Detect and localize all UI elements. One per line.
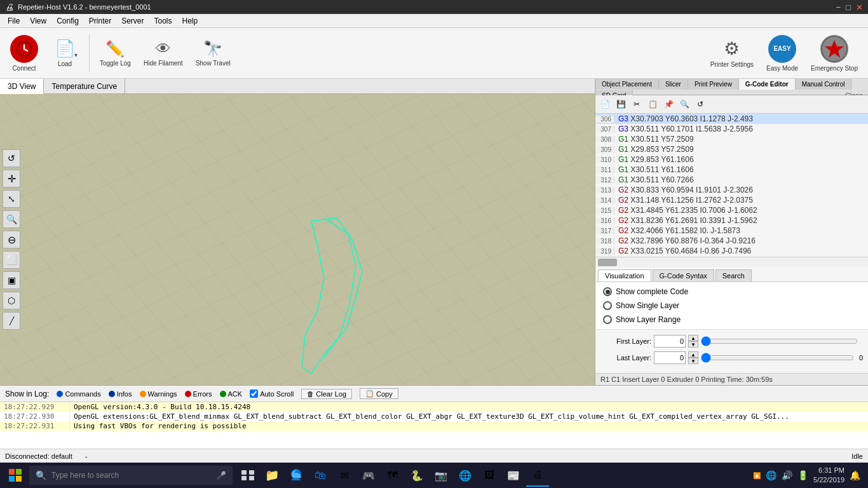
menu-printer[interactable]: Printer xyxy=(84,15,116,27)
paste-icon[interactable]: 📌 xyxy=(661,97,675,111)
taskbar-photos[interactable]: 🖼 xyxy=(478,464,501,487)
radio-complete[interactable]: Show complete Code xyxy=(603,287,860,296)
tab-slicer[interactable]: Slicer xyxy=(659,79,688,90)
cube-tool[interactable]: ▣ xyxy=(3,271,20,289)
viz-tab-visualization[interactable]: Visualization xyxy=(598,269,651,281)
filter-warnings[interactable]: Warnings xyxy=(140,390,177,398)
viz-tab-syntax[interactable]: G-Code Syntax xyxy=(653,269,714,281)
close-button[interactable]: ✕ xyxy=(856,3,863,12)
tray-up-arrow[interactable]: 🔼 xyxy=(753,472,761,479)
gcode-line-316[interactable]: 316 G2 X31.8236 Y61.2691 I0.3391 J-1.596… xyxy=(595,215,868,226)
taskbar-game[interactable]: 🎮 xyxy=(357,464,380,487)
gcode-horizontal-scroll[interactable] xyxy=(595,257,868,267)
tab-manual-control[interactable]: Manual Control xyxy=(796,79,852,90)
first-layer-down[interactable]: ▼ xyxy=(688,341,698,348)
face-tool[interactable]: ⬡ xyxy=(3,292,20,309)
radio-single[interactable]: Show Single Layer xyxy=(603,301,860,310)
save-icon[interactable]: 💾 xyxy=(614,97,628,111)
taskbar-store[interactable]: 🛍 xyxy=(309,464,332,487)
last-layer-input[interactable] xyxy=(654,351,686,364)
tab-print-preview[interactable]: Print Preview xyxy=(688,79,739,90)
tab-3d-view[interactable]: 3D View xyxy=(0,79,44,94)
menu-server[interactable]: Server xyxy=(116,15,149,27)
last-layer-up[interactable]: ▲ xyxy=(688,351,698,358)
zoom-in-tool[interactable]: 🔍 xyxy=(3,210,20,228)
rotate-tool[interactable]: ↺ xyxy=(3,149,20,167)
maximize-button[interactable]: □ xyxy=(846,3,851,12)
autoscroll-checkbox[interactable]: Auto Scroll xyxy=(250,390,294,398)
menu-file[interactable]: File xyxy=(3,15,25,27)
first-layer-input[interactable] xyxy=(654,335,686,348)
last-layer-down[interactable]: ▼ xyxy=(688,358,698,364)
printer-settings-button[interactable]: ⚙ Printer Settings xyxy=(705,36,759,71)
clear-log-button[interactable]: 🗑 Clear Log xyxy=(301,389,352,399)
gcode-line-311[interactable]: 311 G1 X30.511 Y61.1606 xyxy=(595,165,868,175)
taskbar-edge[interactable] xyxy=(285,464,308,487)
copy-icon[interactable]: 📋 xyxy=(646,97,660,111)
search-toolbar-icon[interactable]: 🔍 xyxy=(677,97,691,111)
taskbar-news[interactable]: 📰 xyxy=(502,464,525,487)
gcode-line-310[interactable]: 310 G1 X29.853 Y61.1606 xyxy=(595,154,868,165)
gcode-scroll-area[interactable]: 306 G3 X30.7903 Y60.3603 I1.1278 J-2.493… xyxy=(595,114,868,257)
tab-object-placement[interactable]: Object Placement xyxy=(595,79,659,90)
gcode-line-312[interactable]: 312 G1 X30.511 Y60.7266 xyxy=(595,175,868,185)
tab-temperature-curve[interactable]: Temperature Curve xyxy=(44,79,125,93)
taskbar-maps[interactable]: 🗺 xyxy=(381,464,404,487)
menu-config[interactable]: Config xyxy=(51,15,84,27)
load-button[interactable]: 📄 ▾ Load xyxy=(46,36,84,70)
last-layer-slider[interactable] xyxy=(701,353,854,363)
gcode-line-317[interactable]: 317 G2 X32.4066 Y61.1582 I0. J-1.5873 xyxy=(595,226,868,236)
tray-clock[interactable]: 6:31 PM 5/22/2019 xyxy=(813,466,844,485)
gcode-line-315[interactable]: 315 G2 X31.4845 Y61.2335 I0.7006 J-1.606… xyxy=(595,205,868,215)
filter-ack[interactable]: ACK xyxy=(220,390,243,398)
gcode-line-313[interactable]: 313 G2 X30.833 Y60.9594 I1.9101 J-2.3026 xyxy=(595,185,868,195)
first-layer-slider[interactable] xyxy=(701,336,858,346)
box-tool[interactable]: ⬜ xyxy=(3,251,20,269)
taskbar-mail[interactable]: ✉ xyxy=(333,464,356,487)
line-tool[interactable]: ╱ xyxy=(3,312,20,330)
filter-infos[interactable]: Infos xyxy=(109,390,132,398)
gcode-line-306[interactable]: 306 G3 X30.7903 Y60.3603 I1.1278 J-2.493 xyxy=(595,114,868,124)
copy-log-button[interactable]: 📋 Copy xyxy=(360,388,398,399)
search-bar[interactable]: 🔍 Type here to search 🎤 xyxy=(29,466,233,485)
gcode-line-308[interactable]: 308 G1 X30.511 Y57.2509 xyxy=(595,134,868,144)
first-layer-spin[interactable]: ▲ ▼ xyxy=(688,335,698,348)
easy-mode-button[interactable]: EASY Easy Mode xyxy=(761,32,803,74)
scale-tool[interactable]: ⤡ xyxy=(3,190,20,208)
connect-button[interactable]: Connect xyxy=(5,32,43,74)
move-tool[interactable]: ✛ xyxy=(3,170,20,187)
taskbar-browser[interactable]: 🌐 xyxy=(454,464,477,487)
hide-filament-button[interactable]: 👁 Hide Filament xyxy=(139,37,188,69)
menu-view[interactable]: View xyxy=(25,15,51,27)
start-button[interactable] xyxy=(3,463,28,488)
gcode-line-318[interactable]: 318 G2 X32.7896 Y60.8876 I-0.364 J-0.921… xyxy=(595,236,868,246)
minimize-button[interactable]: − xyxy=(836,3,841,12)
gcode-line-307[interactable]: 307 G3 X30.511 Y60.1701 I1.5638 J-2.5956 xyxy=(595,124,868,134)
tab-gcode-editor[interactable]: G-Code Editor xyxy=(739,79,796,90)
toggle-log-button[interactable]: ✏️ Toggle Log xyxy=(95,37,136,69)
viz-tab-search[interactable]: Search xyxy=(715,269,752,281)
radio-range[interactable]: Show Layer Range xyxy=(603,315,860,324)
taskbar-repetier[interactable]: 🖨 xyxy=(526,464,549,487)
zoom-out-tool[interactable]: ⊖ xyxy=(3,231,20,248)
gcode-line-319[interactable]: 319 G2 X33.0215 Y60.4684 I-0.86 J-0.7496 xyxy=(595,246,868,256)
window-controls[interactable]: − □ ✕ xyxy=(836,3,863,12)
menu-tools[interactable]: Tools xyxy=(149,15,177,27)
gcode-line-314[interactable]: 314 G2 X31.148 Y61.1256 I1.2762 J-2.0375 xyxy=(595,195,868,205)
gcode-line-309[interactable]: 309 G1 X29.853 Y57.2509 xyxy=(595,144,868,154)
last-layer-spin[interactable]: ▲ ▼ xyxy=(688,351,698,364)
taskbar-python[interactable]: 🐍 xyxy=(405,464,428,487)
emergency-stop-button[interactable]: Emergency Stop xyxy=(806,32,863,74)
cut-icon[interactable]: ✂ xyxy=(630,97,644,111)
new-file-icon[interactable]: 📄 xyxy=(598,97,612,111)
filter-commands[interactable]: Commands xyxy=(57,390,100,398)
taskbar-file-explorer[interactable]: 📁 xyxy=(261,464,283,487)
filter-errors[interactable]: Errors xyxy=(185,390,212,398)
taskbar-task-view[interactable] xyxy=(236,464,259,487)
3d-canvas[interactable]: ↺ ✛ ⤡ 🔍 ⊖ ⬜ ▣ ⬡ ╱ xyxy=(0,94,595,385)
show-travel-button[interactable]: 🔭 Show Travel xyxy=(191,37,236,69)
notification-icon[interactable]: 🔔 xyxy=(850,470,860,480)
refresh-icon[interactable]: ↺ xyxy=(693,97,707,111)
menu-help[interactable]: Help xyxy=(177,15,203,27)
taskbar-camera[interactable]: 📷 xyxy=(430,464,452,487)
